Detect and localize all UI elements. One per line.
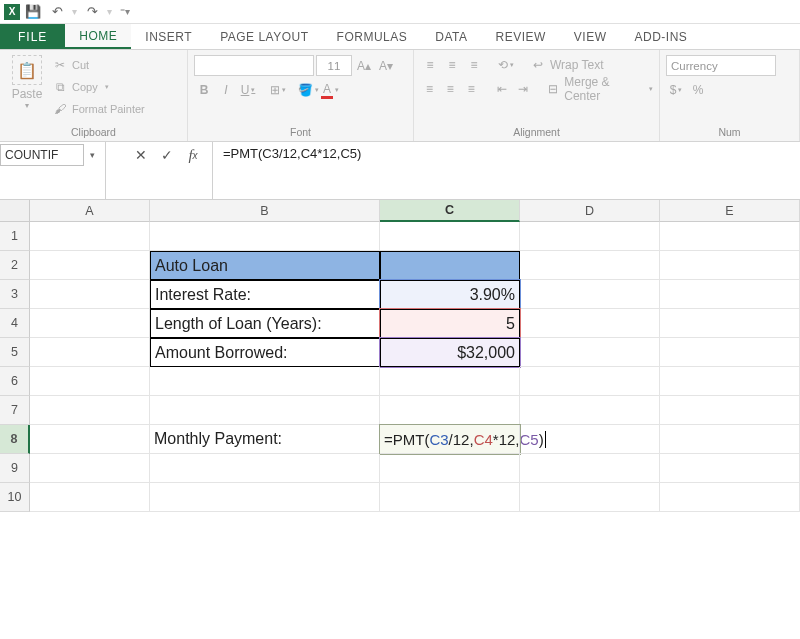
cell-C5[interactable]: $32,000 bbox=[380, 338, 520, 367]
cell-E7[interactable] bbox=[660, 396, 800, 425]
align-top-button[interactable]: ≡ bbox=[420, 55, 440, 75]
cell-A2[interactable] bbox=[30, 251, 150, 280]
qat-redo-dropdown[interactable]: ▾ bbox=[107, 6, 112, 17]
row-header-9[interactable]: 9 bbox=[0, 454, 30, 483]
italic-button[interactable]: I bbox=[216, 80, 236, 100]
cell-D7[interactable] bbox=[520, 396, 660, 425]
cell-D5[interactable] bbox=[520, 338, 660, 367]
cell-D10[interactable] bbox=[520, 483, 660, 512]
copy-button[interactable]: ⧉Copy▾ bbox=[52, 77, 145, 97]
cell-B3[interactable]: Interest Rate: bbox=[150, 280, 380, 309]
align-middle-button[interactable]: ≡ bbox=[442, 55, 462, 75]
row-header-10[interactable]: 10 bbox=[0, 483, 30, 512]
formula-input[interactable]: =PMT(C3/12,C4*12,C5) bbox=[213, 142, 800, 199]
row-header-3[interactable]: 3 bbox=[0, 280, 30, 309]
cell-E4[interactable] bbox=[660, 309, 800, 338]
paste-button[interactable]: 📋 Paste ▾ bbox=[6, 53, 48, 110]
cell-D6[interactable] bbox=[520, 367, 660, 396]
align-right-button[interactable]: ≡ bbox=[462, 79, 481, 99]
cell-D9[interactable] bbox=[520, 454, 660, 483]
increase-font-button[interactable]: A▴ bbox=[354, 56, 374, 76]
col-header-A[interactable]: A bbox=[30, 200, 150, 222]
cancel-formula-button[interactable]: ✕ bbox=[128, 144, 154, 166]
cell-D3[interactable] bbox=[520, 280, 660, 309]
currency-button[interactable]: $ bbox=[666, 80, 686, 100]
percent-button[interactable]: % bbox=[688, 80, 708, 100]
row-header-6[interactable]: 6 bbox=[0, 367, 30, 396]
row-header-8[interactable]: 8 bbox=[0, 425, 30, 454]
wrap-text-button[interactable]: ↩Wrap Text bbox=[530, 55, 604, 75]
tab-home[interactable]: HOME bbox=[65, 24, 131, 49]
cell-E10[interactable] bbox=[660, 483, 800, 512]
qat-save-button[interactable]: 💾 bbox=[22, 2, 44, 22]
select-all-corner[interactable] bbox=[0, 200, 30, 222]
enter-formula-button[interactable]: ✓ bbox=[154, 144, 180, 166]
cell-D8[interactable] bbox=[520, 425, 660, 454]
col-header-D[interactable]: D bbox=[520, 200, 660, 222]
cell-B10[interactable] bbox=[150, 483, 380, 512]
spreadsheet-grid[interactable]: ABCDE 12345678910 Auto LoanInterest Rate… bbox=[0, 200, 800, 639]
cell-E6[interactable] bbox=[660, 367, 800, 396]
row-header-5[interactable]: 5 bbox=[0, 338, 30, 367]
row-header-7[interactable]: 7 bbox=[0, 396, 30, 425]
font-size-combo[interactable]: 11 bbox=[316, 55, 352, 76]
decrease-indent-button[interactable]: ⇤ bbox=[492, 79, 511, 99]
cell-A5[interactable] bbox=[30, 338, 150, 367]
tab-view[interactable]: VIEW bbox=[560, 24, 621, 49]
col-header-E[interactable]: E bbox=[660, 200, 800, 222]
name-box[interactable] bbox=[0, 144, 84, 166]
cell-C2[interactable] bbox=[380, 251, 520, 280]
cell-A9[interactable] bbox=[30, 454, 150, 483]
cell-C8[interactable]: =PMT(C3/12,C4*12,C5) bbox=[380, 425, 520, 454]
tab-insert[interactable]: INSERT bbox=[131, 24, 206, 49]
cell-C4[interactable]: 5 bbox=[380, 309, 520, 338]
cell-B9[interactable] bbox=[150, 454, 380, 483]
format-painter-button[interactable]: 🖌Format Painter bbox=[52, 99, 145, 119]
increase-indent-button[interactable]: ⇥ bbox=[513, 79, 532, 99]
cell-E1[interactable] bbox=[660, 222, 800, 251]
cell-D1[interactable] bbox=[520, 222, 660, 251]
orientation-button[interactable]: ⟲ bbox=[496, 55, 516, 75]
align-center-button[interactable]: ≡ bbox=[441, 79, 460, 99]
col-header-B[interactable]: B bbox=[150, 200, 380, 222]
cell-B1[interactable] bbox=[150, 222, 380, 251]
row-header-2[interactable]: 2 bbox=[0, 251, 30, 280]
tab-data[interactable]: DATA bbox=[421, 24, 481, 49]
border-button[interactable]: ⊞ bbox=[268, 80, 288, 100]
cell-E8[interactable] bbox=[660, 425, 800, 454]
qat-undo-button[interactable]: ↶ bbox=[46, 2, 68, 22]
bold-button[interactable]: B bbox=[194, 80, 214, 100]
font-name-combo[interactable] bbox=[194, 55, 314, 76]
merge-center-button[interactable]: ⊟Merge & Center bbox=[545, 79, 653, 99]
cell-A8[interactable] bbox=[30, 425, 150, 454]
row-header-1[interactable]: 1 bbox=[0, 222, 30, 251]
cell-E2[interactable] bbox=[660, 251, 800, 280]
cell-A10[interactable] bbox=[30, 483, 150, 512]
tab-file[interactable]: FILE bbox=[0, 24, 65, 49]
cell-B7[interactable] bbox=[150, 396, 380, 425]
qat-redo-button[interactable]: ↷ bbox=[81, 2, 103, 22]
cell-C1[interactable] bbox=[380, 222, 520, 251]
tab-page-layout[interactable]: PAGE LAYOUT bbox=[206, 24, 322, 49]
cell-E3[interactable] bbox=[660, 280, 800, 309]
cell-C3[interactable]: 3.90% bbox=[380, 280, 520, 309]
cell-C6[interactable] bbox=[380, 367, 520, 396]
cell-E9[interactable] bbox=[660, 454, 800, 483]
align-left-button[interactable]: ≡ bbox=[420, 79, 439, 99]
cell-D2[interactable] bbox=[520, 251, 660, 280]
cells-area[interactable]: Auto LoanInterest Rate:3.90%Length of Lo… bbox=[30, 222, 800, 512]
cell-B6[interactable] bbox=[150, 367, 380, 396]
cell-C9[interactable] bbox=[380, 454, 520, 483]
cell-A4[interactable] bbox=[30, 309, 150, 338]
align-bottom-button[interactable]: ≡ bbox=[464, 55, 484, 75]
cell-A6[interactable] bbox=[30, 367, 150, 396]
row-header-4[interactable]: 4 bbox=[0, 309, 30, 338]
cell-A7[interactable] bbox=[30, 396, 150, 425]
number-format-combo[interactable]: Currency bbox=[666, 55, 776, 76]
underline-button[interactable]: U bbox=[238, 80, 258, 100]
tab-review[interactable]: REVIEW bbox=[481, 24, 559, 49]
font-color-button[interactable]: A bbox=[320, 80, 340, 100]
qat-customize[interactable]: ⁼▾ bbox=[120, 6, 130, 17]
cell-B8[interactable]: Monthly Payment: bbox=[150, 425, 380, 454]
fill-color-button[interactable]: 🪣 bbox=[298, 80, 318, 100]
